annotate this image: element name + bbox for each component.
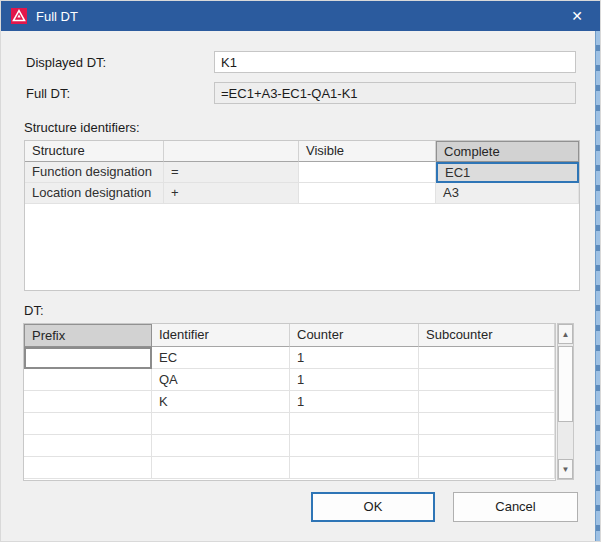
table-cell[interactable] [419,369,555,391]
table-cell[interactable] [290,413,419,435]
titlebar[interactable]: Full DT ✕ [1,1,601,31]
background-window-edge [595,31,601,542]
dt-header-row: Prefix Identifier Counter Subcounter [24,324,555,347]
table-row: K 1 [24,391,555,413]
table-cell[interactable] [24,369,152,391]
displayed-dt-label: Displayed DT: [26,55,106,70]
table-cell[interactable] [419,347,555,369]
table-cell[interactable] [419,457,555,479]
dt-label: DT: [24,303,44,318]
column-header-identifier[interactable]: Identifier [152,324,290,347]
table-cell[interactable]: 1 [290,369,419,391]
table-row: EC 1 [24,347,555,369]
column-header-separator[interactable] [164,141,299,162]
table-cell-focused[interactable] [24,347,152,369]
table-cell[interactable] [24,413,152,435]
structure-identifiers-label: Structure identifiers: [24,120,140,135]
table-row [24,457,555,479]
structure-header-row: Structure Visible Complete [25,141,579,162]
table-cell[interactable]: A3 [436,183,579,204]
table-cell[interactable] [152,457,290,479]
column-header-prefix[interactable]: Prefix [24,324,152,347]
table-cell[interactable] [24,457,152,479]
dt-table-scrollbar[interactable]: ▲ ▼ [557,323,574,480]
table-cell[interactable]: Location designation [25,183,164,204]
scrollbar-thumb[interactable] [558,346,573,422]
column-header-subcounter[interactable]: Subcounter [419,324,555,347]
table-cell[interactable] [152,435,290,457]
table-cell[interactable]: QA [152,369,290,391]
scroll-down-icon[interactable]: ▼ [558,459,573,479]
table-row: Location designation + A3 [25,183,579,204]
table-cell[interactable] [419,435,555,457]
table-cell[interactable]: 1 [290,391,419,413]
column-header-structure[interactable]: Structure [25,141,164,162]
table-cell[interactable]: + [164,183,299,204]
table-cell-focused[interactable]: EC1 [436,162,579,183]
table-cell[interactable] [299,162,436,183]
table-cell[interactable]: EC [152,347,290,369]
table-cell[interactable]: 1 [290,347,419,369]
ok-button[interactable]: OK [311,492,435,522]
scroll-up-icon[interactable]: ▲ [558,324,573,344]
close-icon[interactable]: ✕ [564,5,590,27]
full-dt-label: Full DT: [26,86,70,101]
table-row [24,435,555,457]
structure-identifiers-table: Structure Visible Complete Function desi… [24,140,580,291]
full-dt-value [214,82,576,104]
cancel-button[interactable]: Cancel [453,492,578,522]
table-cell[interactable]: K [152,391,290,413]
table-cell[interactable] [419,391,555,413]
dt-table: Prefix Identifier Counter Subcounter EC … [23,323,556,481]
table-cell[interactable]: = [164,162,299,183]
column-header-complete[interactable]: Complete [436,141,579,162]
column-header-counter[interactable]: Counter [290,324,419,347]
window-title: Full DT [36,9,78,24]
column-header-visible[interactable]: Visible [299,141,436,162]
table-cell[interactable] [290,435,419,457]
table-cell[interactable] [24,391,152,413]
table-cell[interactable] [419,413,555,435]
table-cell[interactable] [152,413,290,435]
displayed-dt-input[interactable] [214,51,576,73]
table-row: QA 1 [24,369,555,391]
table-cell[interactable] [299,183,436,204]
table-cell[interactable]: Function designation [25,162,164,183]
table-row: Function designation = EC1 [25,162,579,183]
table-cell[interactable] [24,435,152,457]
table-cell[interactable] [290,457,419,479]
table-row [24,413,555,435]
app-logo-icon [11,8,27,24]
